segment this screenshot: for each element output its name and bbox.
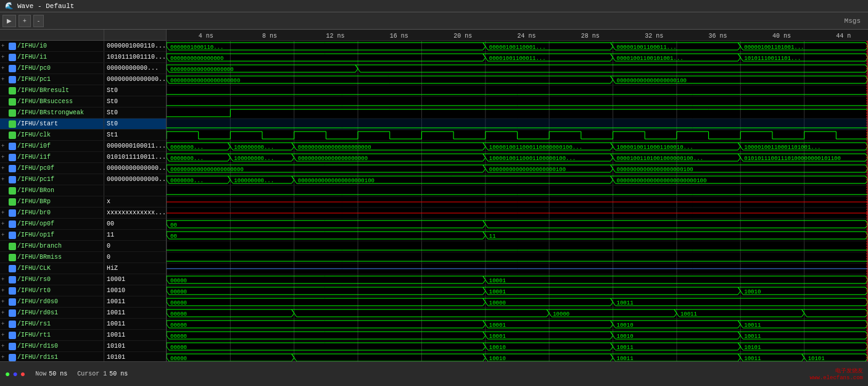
signal-row[interactable]: +/IFHU/br0xxxxxxxxxxxxx...	[0, 208, 166, 219]
signal-label: /IFHU/i1	[17, 54, 47, 61]
signal-type-icon	[9, 54, 16, 61]
signal-type-icon	[9, 43, 16, 50]
expand-icon[interactable]: +	[1, 210, 7, 216]
expand-icon[interactable]: +	[1, 321, 7, 327]
cursor1-label: Cursor 1	[77, 371, 107, 377]
signal-row[interactable]: +/IFHU/rt010010	[0, 285, 166, 296]
signal-type-icon	[9, 120, 16, 128]
signal-type-icon	[9, 354, 16, 361]
signal-type-icon	[9, 187, 16, 195]
expand-icon[interactable]: +	[1, 288, 7, 294]
signal-row[interactable]: +/IFHU/pc0f00000000000000...	[0, 163, 166, 174]
signal-row[interactable]: /IFHU/startSt0	[0, 119, 166, 130]
signal-row[interactable]: /IFHU/BRmiss0	[0, 252, 166, 263]
signal-value-header	[104, 30, 166, 40]
expand-icon[interactable]: +	[1, 177, 7, 183]
signal-value-cell: xxxxxxxxxxxxx...	[104, 209, 166, 216]
signal-row[interactable]: +/IFHU/op1f11	[0, 230, 166, 241]
signal-row[interactable]: +/IFHU/rd1s110101	[0, 352, 166, 361]
signal-value-cell: St1	[104, 132, 166, 138]
expand-icon[interactable]: +	[1, 143, 7, 149]
signal-name-cell: /IFHU/CLK	[0, 263, 104, 274]
signal-row[interactable]: +/IFHU/i00000001000110...	[0, 41, 166, 52]
signal-row[interactable]: +/IFHU/rd0s010011	[0, 296, 166, 308]
signal-name-cell: +/IFHU/rd0s1	[0, 308, 104, 318]
expand-icon[interactable]: +	[1, 355, 7, 361]
expand-icon[interactable]: +	[1, 299, 7, 305]
signal-value-cell: 10011	[104, 321, 166, 327]
expand-icon[interactable]: +	[1, 310, 7, 316]
signal-value-cell: St0	[104, 98, 166, 105]
signal-row[interactable]: +/IFHU/i1f0101011110011...	[0, 152, 166, 163]
signal-name-cell: /IFHU/BRsuccess	[0, 96, 104, 107]
signal-row[interactable]: +/IFHU/i0f0000000100011...	[0, 141, 166, 152]
toolbar-btn-zoom-out[interactable]: -	[33, 15, 44, 27]
signal-label: /IFHU/start	[17, 120, 58, 127]
toolbar-btn-1[interactable]: ▶	[2, 15, 16, 27]
signal-row[interactable]: /IFHU/branch0	[0, 241, 166, 252]
signal-name-cell: +/IFHU/i0	[0, 41, 104, 51]
signal-name-cell: +/IFHU/rd1s0	[0, 341, 104, 351]
signal-label: /IFHU/rs0	[17, 276, 51, 283]
signal-type-icon	[9, 298, 16, 306]
signal-value-cell: 11	[104, 232, 166, 238]
signal-row[interactable]: /IFHU/clkSt1	[0, 130, 166, 141]
signal-name-cell: +/IFHU/op0f	[0, 219, 104, 229]
signal-label: /IFHU/pc1	[17, 76, 51, 83]
toolbar-btn-zoom-in[interactable]: +	[19, 15, 31, 27]
signal-type-icon	[9, 254, 16, 261]
signal-label: /IFHU/rs1	[17, 321, 51, 327]
signal-row[interactable]: +/IFHU/pc1f00000000000000...	[0, 174, 166, 185]
expand-icon[interactable]: +	[1, 77, 7, 83]
signal-row[interactable]: +/IFHU/pc100000000000000...	[0, 74, 166, 85]
signal-name-cell: /IFHU/BRp	[0, 196, 104, 207]
signal-row[interactable]: +/IFHU/rt110011	[0, 330, 166, 341]
signal-row[interactable]: /IFHU/BRsuccessSt0	[0, 96, 166, 107]
msgs-label: Msgs	[845, 17, 866, 25]
signal-row[interactable]: +/IFHU/rd0s110011	[0, 308, 166, 319]
signal-name-cell: +/IFHU/rd0s0	[0, 296, 104, 307]
expand-icon[interactable]: +	[1, 65, 7, 72]
signal-row[interactable]: /IFHU/BRresultSt0	[0, 85, 166, 96]
now-value: 50 ns	[49, 371, 67, 377]
signal-row[interactable]: /IFHU/BRstrongweakSt0	[0, 107, 166, 119]
signal-name-cell: +/IFHU/rs0	[0, 274, 104, 285]
signal-name-cell: /IFHU/branch	[0, 241, 104, 251]
signal-label: /IFHU/br0	[17, 209, 51, 216]
expand-icon[interactable]: +	[1, 43, 7, 49]
signal-row[interactable]: +/IFHU/op0f00	[0, 219, 166, 230]
expand-icon[interactable]: +	[1, 221, 7, 227]
expand-icon[interactable]: +	[1, 232, 7, 238]
signal-name-cell: +/IFHU/i1	[0, 52, 104, 62]
signal-row[interactable]: +/IFHU/i11010111001110...	[0, 52, 166, 63]
signal-type-icon	[9, 287, 16, 295]
bottom-status-icons: ● ● ●	[5, 369, 25, 379]
signal-row[interactable]: +/IFHU/rs010001	[0, 274, 166, 285]
toolbar: ▶ + - Msgs	[0, 12, 868, 30]
signal-value-cell: 10011	[104, 309, 166, 316]
signal-row[interactable]: /IFHU/BRpx	[0, 196, 166, 208]
signal-row[interactable]: /IFHU/BRon	[0, 185, 166, 196]
signal-value-cell: x	[104, 198, 166, 205]
signal-label: /IFHU/i0f	[17, 143, 51, 149]
signal-type-icon	[9, 87, 16, 94]
signal-name-cell: +/IFHU/i1f	[0, 152, 104, 162]
expand-icon[interactable]: +	[1, 154, 7, 161]
signal-name-cell: +/IFHU/rd1s1	[0, 352, 104, 361]
signal-type-icon	[9, 198, 16, 206]
expand-icon[interactable]: +	[1, 54, 7, 61]
signal-list: +/IFHU/i00000001000110...+/IFHU/i1101011…	[0, 30, 167, 361]
signal-row[interactable]: +/IFHU/rs110011	[0, 319, 166, 330]
signal-value-cell: 10101	[104, 343, 166, 350]
signal-row[interactable]: +/IFHU/pc000000000000...	[0, 63, 166, 74]
signal-type-icon	[9, 232, 16, 239]
signal-row[interactable]: +/IFHU/rd1s010101	[0, 341, 166, 352]
expand-icon[interactable]: +	[1, 343, 7, 350]
signal-row[interactable]: /IFHU/CLKHiZ	[0, 263, 166, 274]
signal-value-cell: 10011	[104, 298, 166, 305]
expand-icon[interactable]: +	[1, 277, 7, 283]
expand-icon[interactable]: +	[1, 332, 7, 338]
signal-name-cell: +/IFHU/pc1f	[0, 174, 104, 185]
signal-type-icon	[9, 165, 16, 172]
expand-icon[interactable]: +	[1, 166, 7, 172]
